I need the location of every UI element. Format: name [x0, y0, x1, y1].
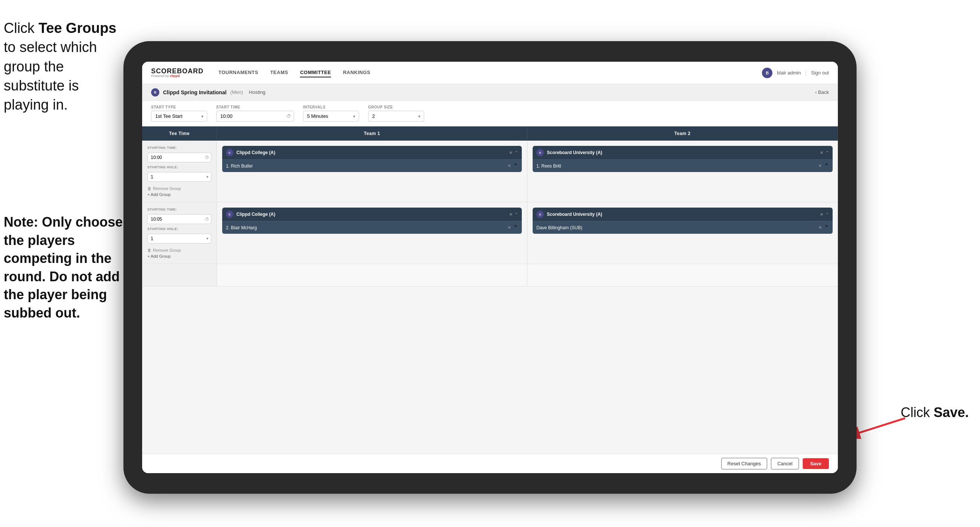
expand-icon[interactable]: ⌃ — [513, 162, 518, 169]
brand-name: SCOREBOARD — [151, 68, 204, 75]
time-input-wrap-2: ⏱ — [147, 214, 212, 224]
clock-icon: ⏱ — [205, 217, 209, 221]
reset-changes-button[interactable]: Reset Changes — [721, 458, 768, 470]
partial-team1 — [217, 264, 527, 286]
team-group-actions: ✕ ⌃ — [509, 212, 518, 217]
remove-player-button[interactable]: ✕ — [508, 164, 511, 168]
instruction-text: Click Tee Groups to select which group t… — [4, 19, 127, 115]
nav-rankings[interactable]: RANKINGS — [343, 68, 370, 77]
header-team2: Team 2 — [527, 126, 838, 141]
nav-tournaments[interactable]: TOURNAMENTS — [218, 68, 258, 77]
team-group: S Scoreboard University (A) ✕ ⌃ 1. Rees … — [533, 146, 833, 172]
nav-committee[interactable]: COMMITTEE — [300, 68, 331, 77]
player-actions: ✕ ⌃ — [508, 162, 518, 169]
remove-team-button[interactable]: ✕ — [820, 150, 823, 155]
team-group-name[interactable]: Scoreboard University (A) — [547, 212, 817, 217]
breadcrumb-title: Clippd Spring Invitational — [163, 89, 227, 96]
player-actions: ✕ ⌃ — [818, 162, 829, 169]
breadcrumb-hosting: Hosting — [249, 89, 266, 95]
breadcrumb-sub: (Men) — [231, 89, 243, 95]
clock-icon: ⏱ — [286, 114, 291, 119]
expand-icon[interactable]: ⌃ — [824, 162, 829, 169]
back-button[interactable]: ‹ Back — [815, 89, 829, 95]
time-input-wrap-1: ⏱ — [147, 153, 212, 162]
team-icon: S — [536, 149, 544, 156]
save-button[interactable]: Save — [803, 458, 829, 469]
hole-select-wrap-2: 1 ▼ — [147, 234, 212, 244]
start-type-label: Start Type — [151, 105, 207, 109]
footer-bar: Reset Changes Cancel Save — [142, 454, 838, 473]
cancel-button[interactable]: Cancel — [771, 458, 799, 470]
team-group-actions: ✕ ⌃ — [509, 150, 518, 155]
expand-icon[interactable]: ⌃ — [513, 224, 518, 231]
brand-logo: SCOREBOARD Powered by clippd — [151, 68, 204, 78]
time-col-1: STARTING TIME: ⏱ STARTING HOLE: 1 ▼ — [142, 141, 217, 202]
nav-links: TOURNAMENTS TEAMS COMMITTEE RANKINGS — [218, 68, 762, 77]
starting-time-input-1[interactable] — [147, 153, 212, 162]
add-group-button-2[interactable]: + Add Group — [147, 254, 212, 258]
remove-player-button[interactable]: ✕ — [818, 225, 822, 230]
expand-icon[interactable]: ⌃ — [824, 224, 829, 231]
sign-out-link[interactable]: Sign out — [811, 70, 829, 76]
nav-teams[interactable]: TEAMS — [270, 68, 288, 77]
start-type-select[interactable]: 1st Tee Start — [151, 111, 207, 121]
start-time-input-wrap: ⏱ — [216, 111, 294, 121]
starting-time-label-2: STARTING TIME: — [147, 208, 212, 211]
team1-cell-1: C Clippd College (A) ✕ ⌃ 1. Rich Butler — [217, 141, 527, 202]
note-text: Note: Only choose the players competing … — [4, 213, 138, 322]
team-icon: C — [226, 149, 234, 156]
tee-groups-bold: Tee Groups — [38, 20, 116, 36]
player-name: 2. Blair McHarg — [226, 225, 504, 231]
team2-cell-2: S Scoreboard University (A) ✕ ⌃ Dave Bil… — [527, 202, 838, 264]
team-group-actions: ✕ ⌃ — [820, 150, 829, 155]
remove-team-button[interactable]: ✕ — [509, 212, 512, 217]
remove-player-button[interactable]: ✕ — [818, 164, 822, 168]
team-icon: S — [536, 210, 544, 218]
team-group-name[interactable]: Scoreboard University (A) — [547, 150, 817, 155]
avatar: B — [762, 68, 772, 78]
remove-player-button[interactable]: ✕ — [508, 225, 511, 230]
player-actions: ✕ ⌃ — [508, 224, 518, 231]
starting-time-input-2[interactable] — [147, 214, 212, 224]
team-group-header: C Clippd College (A) ✕ ⌃ — [222, 208, 522, 221]
group-size-select[interactable]: 2 — [368, 111, 424, 121]
team-group-name[interactable]: Clippd College (A) — [236, 212, 506, 217]
group-size-field: Group Size 2 ▼ — [368, 105, 424, 121]
expand-icon[interactable]: ⌃ — [515, 212, 518, 217]
breadcrumb-left: B Clippd Spring Invitational (Men) Hosti… — [151, 88, 266, 97]
team-group-name[interactable]: Clippd College (A) — [236, 150, 506, 155]
remove-group-button-1[interactable]: 🗑 Remove Group — [147, 186, 212, 191]
grid-body: STARTING TIME: ⏱ STARTING HOLE: 1 ▼ — [142, 141, 838, 454]
team-icon: C — [226, 210, 234, 218]
expand-icon[interactable]: ⌃ — [826, 150, 829, 155]
team-group: C Clippd College (A) ✕ ⌃ 2. Blair McHarg — [222, 208, 522, 234]
remove-team-button[interactable]: ✕ — [820, 212, 823, 217]
add-group-button-1[interactable]: + Add Group — [147, 192, 212, 197]
remove-team-button[interactable]: ✕ — [509, 150, 512, 155]
player-name: Dave Billingham (SUB) — [536, 225, 815, 231]
user-name: blair admin — [777, 70, 801, 76]
team-player: 1. Rees Britt ✕ ⌃ — [533, 159, 833, 172]
starting-hole-select-2[interactable]: 1 — [147, 234, 212, 244]
team1-cell-2: C Clippd College (A) ✕ ⌃ 2. Blair McHarg — [217, 202, 527, 264]
intervals-select[interactable]: 5 Minutes — [303, 111, 359, 121]
note-bold: Note: Only choose the players competing … — [4, 214, 123, 320]
tablet-device: SCOREBOARD Powered by clippd TOURNAMENTS… — [123, 41, 857, 494]
partial-team2 — [527, 264, 838, 286]
table-row-partial — [142, 264, 838, 287]
expand-icon[interactable]: ⌃ — [515, 150, 518, 155]
team-group-header: S Scoreboard University (A) ✕ ⌃ — [533, 146, 833, 159]
config-row: Start Type 1st Tee Start ▼ Start Time ⏱ … — [142, 100, 838, 126]
team2-cell-1: S Scoreboard University (A) ✕ ⌃ 1. Rees … — [527, 141, 838, 202]
nav-divider: | — [805, 70, 807, 76]
time-col-2: STARTING TIME: ⏱ STARTING HOLE: 1 ▼ — [142, 202, 217, 264]
starting-time-label-1: STARTING TIME: — [147, 146, 212, 150]
start-time-input[interactable] — [216, 111, 294, 121]
player-name: 1. Rees Britt — [536, 164, 815, 169]
team-group-actions: ✕ ⌃ — [820, 212, 829, 217]
expand-icon[interactable]: ⌃ — [826, 212, 829, 217]
remove-group-button-2[interactable]: 🗑 Remove Group — [147, 248, 212, 253]
breadcrumb-bar: B Clippd Spring Invitational (Men) Hosti… — [142, 84, 838, 100]
team-group-header: S Scoreboard University (A) ✕ ⌃ — [533, 208, 833, 221]
starting-hole-select-1[interactable]: 1 — [147, 172, 212, 182]
